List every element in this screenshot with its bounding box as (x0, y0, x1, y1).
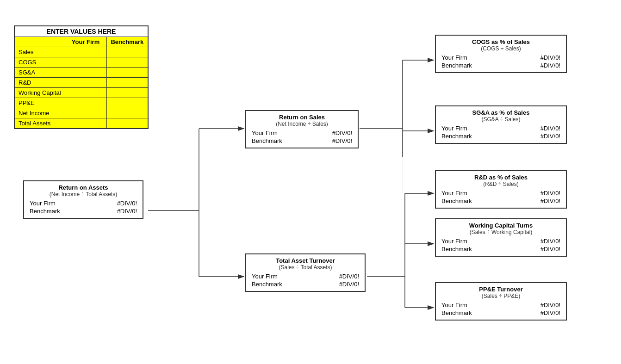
ppe-title: PP&E Turnover (441, 286, 560, 293)
tat-subtitle: (Sales ÷ Total Assets) (252, 264, 359, 271)
sga-your-firm-label: Your Firm (441, 125, 467, 132)
ppe-subtitle: (Sales ÷ PP&E) (441, 293, 560, 299)
ros-box: Return on Sales (Net Income ÷ Sales) You… (245, 110, 359, 148)
ros-your-firm-label: Your Firm (252, 130, 278, 136)
roa-your-firm-label: Your Firm (30, 200, 56, 207)
row-rd-label: R&D (14, 78, 65, 88)
row-cogs-benchmark[interactable] (106, 57, 148, 68)
rd-title: R&D as % of Sales (441, 174, 560, 181)
row-netincome-label: Net Income (14, 108, 65, 118)
row-wc-benchmark[interactable] (106, 88, 148, 98)
sga-benchmark-label: Benchmark (441, 133, 472, 140)
row-totalassets-your-firm[interactable] (65, 118, 106, 129)
col-header-label (14, 37, 65, 47)
wc-title: Working Capital Turns (441, 222, 560, 229)
cogs-box: COGS as % of Sales (COGS ÷ Sales) Your F… (435, 35, 567, 73)
ros-your-firm-value: #DIV/0! (332, 130, 352, 136)
sga-title: SG&A as % of Sales (441, 109, 560, 116)
cogs-benchmark-value: #DIV/0! (540, 62, 560, 69)
row-sales-your-firm[interactable] (65, 47, 106, 57)
roa-your-firm-value: #DIV/0! (117, 200, 137, 207)
main-container: ENTER VALUES HERE Your Firm Benchmark Sa… (0, 0, 621, 364)
row-cogs-label: COGS (14, 57, 65, 68)
tat-title: Total Asset Turnover (252, 257, 359, 264)
input-table: ENTER VALUES HERE Your Firm Benchmark Sa… (14, 25, 149, 129)
roa-benchmark-value: #DIV/0! (117, 208, 137, 215)
row-totalassets-benchmark[interactable] (106, 118, 148, 129)
rd-your-firm-label: Your Firm (441, 190, 467, 197)
tat-box: Total Asset Turnover (Sales ÷ Total Asse… (245, 253, 366, 292)
roa-benchmark-label: Benchmark (30, 208, 60, 215)
rd-subtitle: (R&D ÷ Sales) (441, 181, 560, 187)
cogs-your-firm-value: #DIV/0! (540, 54, 560, 61)
row-netincome-your-firm[interactable] (65, 108, 106, 118)
row-wc-your-firm[interactable] (65, 88, 106, 98)
table-header: ENTER VALUES HERE (14, 26, 148, 37)
sga-benchmark-value: #DIV/0! (540, 133, 560, 140)
roa-subtitle: (Net Income ÷ Total Assets) (30, 191, 137, 197)
sga-box: SG&A as % of Sales (SG&A ÷ Sales) Your F… (435, 105, 567, 144)
row-rd-your-firm[interactable] (65, 78, 106, 88)
row-netincome-benchmark[interactable] (106, 108, 148, 118)
ppe-benchmark-label: Benchmark (441, 309, 472, 316)
row-sga-your-firm[interactable] (65, 68, 106, 78)
ppe-benchmark-value: #DIV/0! (540, 309, 560, 316)
row-cogs-your-firm[interactable] (65, 57, 106, 68)
ros-benchmark-value: #DIV/0! (332, 137, 352, 144)
wc-box: Working Capital Turns (Sales ÷ Working C… (435, 218, 567, 257)
cogs-title: COGS as % of Sales (441, 38, 560, 45)
ros-benchmark-label: Benchmark (252, 137, 282, 144)
row-ppe-benchmark[interactable] (106, 98, 148, 108)
wc-benchmark-label: Benchmark (441, 246, 472, 253)
row-sga-benchmark[interactable] (106, 68, 148, 78)
wc-subtitle: (Sales ÷ Working Capital) (441, 229, 560, 235)
row-ppe-your-firm[interactable] (65, 98, 106, 108)
tat-your-firm-value: #DIV/0! (339, 273, 359, 280)
tat-benchmark-value: #DIV/0! (339, 281, 359, 288)
row-totalassets-label: Total Assets (14, 118, 65, 129)
input-table-wrapper: ENTER VALUES HERE Your Firm Benchmark Sa… (14, 25, 149, 129)
ppe-your-firm-value: #DIV/0! (540, 302, 560, 308)
rd-benchmark-value: #DIV/0! (540, 197, 560, 204)
ros-title: Return on Sales (252, 114, 352, 121)
rd-your-firm-value: #DIV/0! (540, 190, 560, 197)
roa-box: Return on Assets (Net Income ÷ Total Ass… (23, 180, 143, 219)
wc-benchmark-value: #DIV/0! (540, 246, 560, 253)
wc-your-firm-label: Your Firm (441, 238, 467, 245)
col-header-your-firm: Your Firm (65, 37, 106, 47)
row-sales-benchmark[interactable] (106, 47, 148, 57)
col-header-benchmark: Benchmark (106, 37, 148, 47)
sga-your-firm-value: #DIV/0! (540, 125, 560, 132)
row-ppe-label: PP&E (14, 98, 65, 108)
rd-box: R&D as % of Sales (R&D ÷ Sales) Your Fir… (435, 170, 567, 209)
row-sales-label: Sales (14, 47, 65, 57)
sga-subtitle: (SG&A ÷ Sales) (441, 116, 560, 123)
rd-benchmark-label: Benchmark (441, 197, 472, 204)
cogs-benchmark-label: Benchmark (441, 62, 472, 69)
cogs-subtitle: (COGS ÷ Sales) (441, 45, 560, 52)
ppe-box: PP&E Turnover (Sales ÷ PP&E) Your Firm #… (435, 282, 567, 321)
row-rd-benchmark[interactable] (106, 78, 148, 88)
wc-your-firm-value: #DIV/0! (540, 238, 560, 245)
tat-your-firm-label: Your Firm (252, 273, 278, 280)
ros-subtitle: (Net Income ÷ Sales) (252, 121, 352, 127)
cogs-your-firm-label: Your Firm (441, 54, 467, 61)
roa-title: Return on Assets (30, 184, 137, 191)
ppe-your-firm-label: Your Firm (441, 302, 467, 308)
tat-benchmark-label: Benchmark (252, 281, 282, 288)
row-wc-label: Working Capital (14, 88, 65, 98)
row-sga-label: SG&A (14, 68, 65, 78)
